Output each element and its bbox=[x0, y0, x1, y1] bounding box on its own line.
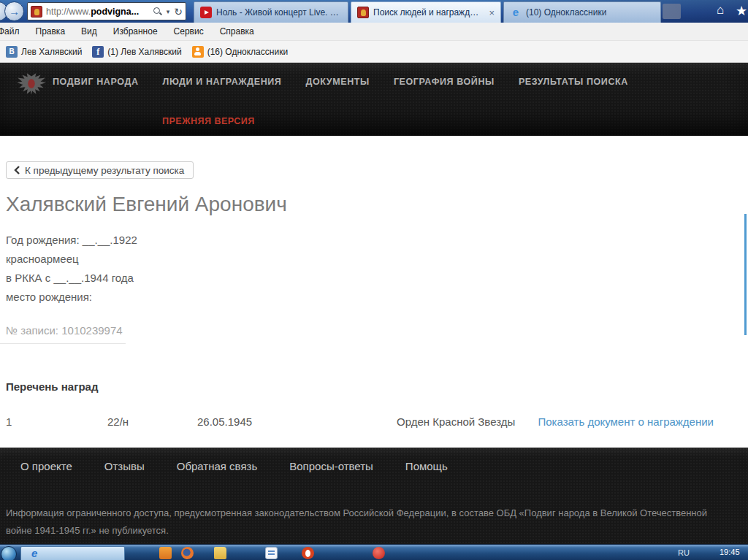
ie-icon: e bbox=[510, 7, 522, 18]
old-version-link[interactable]: ПРЕЖНЯЯ ВЕРСИЯ bbox=[162, 116, 255, 126]
tab-label: Поиск людей и награжден... bbox=[373, 7, 483, 18]
podvignaroda-icon bbox=[357, 7, 369, 18]
award-table-row: 1 22/н 26.05.1945 Орден Красной Звезды П… bbox=[0, 415, 748, 431]
folder-icon[interactable] bbox=[214, 547, 226, 559]
award-number-cell: 1 bbox=[6, 415, 12, 428]
odnoklassniki-icon bbox=[192, 46, 204, 58]
windows-taskbar: e RU 19:45 bbox=[0, 544, 748, 560]
award-name-cell: Орден Красной Звезды bbox=[397, 415, 515, 428]
record-number: № записи: 1010239974 bbox=[6, 324, 123, 337]
nav-people-awards[interactable]: ЛЮДИ И НАГРАЖДЕНИЯ bbox=[163, 77, 282, 87]
site-favicon bbox=[31, 6, 42, 18]
favorite-label: Лев Халявский bbox=[21, 47, 82, 57]
site-header: ПОДВИГ НАРОДА ЛЮДИ И НАГРАЖДЕНИЯ ДОКУМЕН… bbox=[0, 63, 748, 136]
person-info: Год рождения: __.__.1922 красноармеец в … bbox=[6, 231, 137, 307]
tab-podvignaroda-active[interactable]: Поиск людей и награжден... × bbox=[351, 1, 501, 23]
favorite-odnoklassniki[interactable]: (16) Одноклассники bbox=[192, 46, 288, 58]
nav-podvig-naroda[interactable]: ПОДВИГ НАРОДА bbox=[53, 77, 139, 87]
favorite-label: (16) Одноклассники bbox=[207, 47, 288, 57]
language-indicator[interactable]: RU bbox=[678, 548, 690, 557]
youtube-icon bbox=[200, 7, 212, 18]
site-footer: О проекте Отзывы Обратная связь Вопросы-… bbox=[0, 448, 748, 544]
menu-view[interactable]: Вид bbox=[73, 26, 105, 37]
taskbar-ie-active-button[interactable]: e bbox=[20, 546, 125, 560]
home-icon[interactable]: ⌂ bbox=[717, 3, 724, 18]
tab-close-icon[interactable]: × bbox=[489, 7, 495, 18]
menu-file[interactable]: Файл bbox=[0, 26, 28, 37]
tab-youtube[interactable]: Ноль - Живой концерт Live. Э... bbox=[194, 1, 348, 23]
ie-icon: e bbox=[31, 548, 37, 559]
right-edge-blue-strip bbox=[744, 214, 747, 335]
tab-label: (10) Одноклассники bbox=[526, 7, 606, 18]
mod-eagle-logo bbox=[16, 71, 47, 97]
menu-edit[interactable]: Правка bbox=[28, 26, 74, 37]
award-date-cell: 26.05.1945 bbox=[197, 415, 252, 428]
address-dropdown-icon[interactable]: ▾ bbox=[167, 8, 170, 15]
menu-service[interactable]: Сервис bbox=[166, 26, 212, 37]
menu-help[interactable]: Справка bbox=[212, 26, 262, 37]
browser-titlebar: → http://www.podvigna... ▾ ↻ Ноль - Живо… bbox=[0, 0, 748, 23]
chevron-left-icon bbox=[14, 166, 20, 174]
new-tab-button[interactable] bbox=[663, 4, 681, 19]
firefox-icon[interactable] bbox=[181, 547, 194, 559]
footer-legal-note: Информация ограниченного доступа, предус… bbox=[6, 505, 716, 540]
facebook-icon: f bbox=[92, 46, 104, 58]
main-content: К предыдущему результату поиска Халявски… bbox=[0, 136, 748, 448]
menu-favorites[interactable]: Избранное bbox=[105, 26, 166, 37]
taskbar-red-app-icon[interactable] bbox=[373, 547, 385, 559]
favorite-vk[interactable]: В Лев Халявский bbox=[6, 46, 82, 58]
rkka-line: в РККА с __.__.1944 года bbox=[6, 269, 137, 288]
previous-result-button[interactable]: К предыдущему результату поиска bbox=[6, 161, 194, 179]
rank-line: красноармеец bbox=[6, 250, 137, 269]
refresh-icon[interactable]: ↻ bbox=[174, 7, 183, 17]
search-icon[interactable] bbox=[153, 7, 162, 16]
footer-contact-link[interactable]: Обратная связь bbox=[177, 460, 258, 472]
person-name-heading: Халявский Евгений Аронович bbox=[6, 193, 287, 216]
vk-icon: В bbox=[6, 46, 18, 58]
tab-odnoklassniki[interactable]: e (10) Одноклассники bbox=[503, 1, 661, 23]
nav-war-geography[interactable]: ГЕОГРАФИЯ ВОЙНЫ bbox=[394, 77, 495, 87]
award-order-cell: 22/н bbox=[107, 415, 129, 428]
show-award-document-link[interactable]: Показать документ о награждении bbox=[538, 415, 714, 428]
footer-links: О проекте Отзывы Обратная связь Вопросы-… bbox=[20, 460, 448, 472]
awards-list-title: Перечень наград bbox=[6, 380, 98, 393]
taskbar-app-icon[interactable] bbox=[159, 547, 172, 559]
taskbar-clock[interactable]: 19:45 bbox=[720, 548, 740, 556]
menu-bar: Файл Правка Вид Избранное Сервис Справка bbox=[0, 23, 748, 41]
birth-year-line: Год рождения: __.__.1922 bbox=[6, 231, 137, 250]
birthplace-line: место рождения: bbox=[6, 288, 137, 307]
footer-feedback-link[interactable]: Отзывы bbox=[104, 460, 145, 472]
screen: → http://www.podvigna... ▾ ↻ Ноль - Живо… bbox=[0, 0, 748, 560]
footer-help-link[interactable]: Помощь bbox=[405, 460, 448, 472]
divider bbox=[0, 343, 126, 344]
opera-icon[interactable] bbox=[302, 547, 314, 559]
footer-about-link[interactable]: О проекте bbox=[20, 460, 72, 472]
site-nav-items: ПОДВИГ НАРОДА ЛЮДИ И НАГРАЖДЕНИЯ ДОКУМЕН… bbox=[53, 77, 628, 87]
address-url[interactable]: http://www.podvigna... bbox=[46, 7, 153, 17]
tab-label: Ноль - Живой концерт Live. Э... bbox=[216, 7, 342, 18]
favorite-facebook[interactable]: f (1) Лев Халявский bbox=[92, 46, 181, 58]
tab-strip: Ноль - Живой концерт Live. Э... Поиск лю… bbox=[194, 1, 663, 23]
footer-faq-link[interactable]: Вопросы-ответы bbox=[289, 460, 373, 472]
favorites-star-icon[interactable]: ★ bbox=[736, 3, 747, 19]
nav-documents[interactable]: ДОКУМЕНТЫ bbox=[305, 77, 369, 87]
favorite-label: (1) Лев Халявский bbox=[107, 47, 181, 57]
previous-result-label: К предыдущему результату поиска bbox=[25, 165, 184, 176]
start-button[interactable] bbox=[1, 546, 17, 560]
favorites-bar: В Лев Халявский f (1) Лев Халявский (16)… bbox=[0, 41, 748, 63]
address-bar[interactable]: http://www.podvigna... ▾ ↻ bbox=[27, 2, 186, 20]
nav-search-results[interactable]: РЕЗУЛЬТАТЫ ПОИСКА bbox=[519, 77, 628, 87]
forward-button[interactable]: → bbox=[4, 1, 24, 21]
document-app-icon[interactable] bbox=[265, 547, 278, 559]
